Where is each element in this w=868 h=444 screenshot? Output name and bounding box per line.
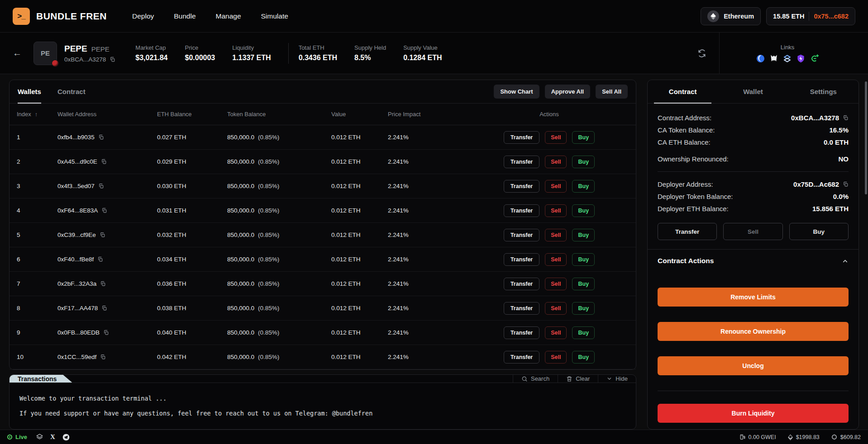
unclog-button[interactable]: Unclog (658, 356, 849, 375)
sidebar-tab-contract[interactable]: Contract (648, 80, 718, 103)
copy-wallet-address-button[interactable] (103, 330, 109, 335)
clear-button[interactable]: Clear (558, 375, 598, 383)
table-row[interactable]: 4 0xF64...8E83A 0.031 ETH 850,000.0 (0.8… (10, 198, 636, 223)
telegram-icon[interactable] (62, 434, 70, 441)
copy-wallet-address-button[interactable] (100, 281, 106, 287)
table-row[interactable]: 6 0xF40...fBe8f 0.034 ETH 850,000.0 (0.8… (10, 247, 636, 272)
sidebar-tab-wallet[interactable]: Wallet (718, 80, 788, 103)
copy-token-address-button[interactable] (110, 57, 115, 62)
layers-icon[interactable] (36, 434, 43, 440)
metric-supply-value: Supply Value 0.1284 ETH (403, 44, 442, 62)
nav-item-deploy[interactable]: Deploy (132, 12, 154, 20)
transfer-button[interactable]: Transfer (504, 253, 539, 266)
copy-wallet-address-button[interactable] (100, 232, 105, 238)
buy-button[interactable]: Buy (572, 351, 595, 364)
transfer-button[interactable]: Transfer (504, 229, 539, 241)
eth-icon (788, 434, 793, 440)
wallet-address: 0xA45...d9c0E (57, 158, 97, 165)
tab-contract[interactable]: Contract (57, 80, 86, 103)
table-row[interactable]: 5 0xC39...cf9Ee 0.032 ETH 850,000.0 (0.8… (10, 223, 636, 247)
maestro-icon[interactable] (796, 54, 805, 63)
transfer-button[interactable]: Transfer (504, 278, 539, 290)
photon-icon[interactable] (756, 54, 765, 63)
refresh-icon[interactable] (697, 49, 706, 58)
transfer-button[interactable]: Transfer (504, 180, 539, 193)
copy-wallet-address-button[interactable] (101, 208, 107, 213)
transfer-button[interactable]: Transfer (504, 351, 539, 364)
metric-liquidity: Liquidity 1.1337 ETH (232, 44, 271, 62)
table-row[interactable]: 2 0xA45...d9c0E 0.029 ETH 850,000.0 (0.8… (10, 150, 636, 174)
page-scrollbar[interactable] (865, 81, 867, 194)
token-avatar: PE (33, 42, 57, 65)
sell-button[interactable]: Sell (545, 253, 567, 266)
buy-button[interactable]: Buy (572, 253, 595, 266)
network-selector[interactable]: Ethereum (701, 7, 761, 25)
sidebar-sell-button[interactable]: Sell (723, 223, 782, 240)
tab-wallets[interactable]: Wallets (18, 80, 41, 103)
table-row[interactable]: 7 0x2bF...32A3a 0.036 ETH 850,000.0 (0.8… (10, 272, 636, 296)
x-twitter-icon[interactable]: X (50, 433, 55, 441)
table-row[interactable]: 10 0x1CC...59edf 0.042 ETH 850,000.0 (0.… (10, 345, 636, 369)
copy-deployer-address-button[interactable] (843, 181, 849, 187)
buy-button[interactable]: Buy (572, 278, 595, 290)
buy-button[interactable]: Buy (572, 180, 595, 193)
back-button[interactable]: ← (13, 48, 22, 58)
renounce-ownership-button[interactable]: Renounce Ownership (658, 322, 849, 341)
sell-button[interactable]: Sell (545, 204, 567, 217)
transfer-button[interactable]: Transfer (504, 204, 539, 217)
sell-button[interactable]: Sell (545, 351, 567, 364)
sell-button[interactable]: Sell (545, 180, 567, 193)
copy-wallet-address-button[interactable] (101, 159, 107, 165)
wallet-button[interactable]: 15.85 ETH 0x75...c682 (766, 7, 855, 25)
sell-button[interactable]: Sell (545, 131, 567, 144)
nav-item-bundle[interactable]: Bundle (174, 12, 196, 20)
sell-button[interactable]: Sell (545, 156, 567, 168)
table-row[interactable]: 1 0xfb4...b9035 0.027 ETH 850,000.0 (0.8… (10, 125, 636, 150)
nav-item-manage[interactable]: Manage (216, 12, 241, 20)
hide-button[interactable]: Hide (598, 375, 636, 383)
table-row[interactable]: 8 0xF17...AA478 0.038 ETH 850,000.0 (0.8… (10, 296, 636, 321)
copy-wallet-address-button[interactable] (101, 305, 107, 311)
copy-wallet-address-button[interactable] (97, 256, 103, 262)
row-index: 8 (10, 305, 50, 312)
buy-button[interactable]: Buy (572, 326, 595, 339)
buy-button[interactable]: Buy (572, 204, 595, 217)
copy-contract-address-button[interactable] (843, 115, 849, 121)
transfer-button[interactable]: Transfer (504, 156, 539, 168)
search-button[interactable]: Search (513, 375, 558, 383)
eth-balance: 0.031 ETH (150, 207, 220, 214)
copy-wallet-address-button[interactable] (98, 183, 104, 189)
copy-wallet-address-button[interactable] (98, 134, 104, 140)
column-index[interactable]: Index ↑ (10, 111, 50, 118)
buy-button[interactable]: Buy (572, 302, 595, 315)
remove-limits-button[interactable]: Remove Limits (658, 288, 849, 307)
terminal-line: Welcome to your transaction terminal ... (19, 391, 626, 406)
sidebar-transfer-button[interactable]: Transfer (658, 223, 717, 240)
table-row[interactable]: 9 0x0FB...80EDB 0.040 ETH 850,000.0 (0.8… (10, 321, 636, 345)
buy-button[interactable]: Buy (572, 131, 595, 144)
gmgn-icon[interactable] (810, 54, 819, 63)
transfer-button[interactable]: Transfer (504, 302, 539, 315)
sell-button[interactable]: Sell (545, 326, 567, 339)
buy-button[interactable]: Buy (572, 156, 595, 168)
sell-button[interactable]: Sell (545, 302, 567, 315)
sell-button[interactable]: Sell (545, 229, 567, 241)
sidebar-buy-button[interactable]: Buy (789, 223, 849, 240)
sidebar-tab-settings[interactable]: Settings (788, 80, 858, 103)
price-impact: 2.241% (381, 231, 455, 238)
copy-wallet-address-button[interactable] (100, 354, 106, 360)
approve-all-button[interactable]: Approve All (545, 85, 590, 99)
sell-all-button[interactable]: Sell All (596, 85, 628, 99)
table-row[interactable]: 3 0x4f3...5ed07 0.030 ETH 850,000.0 (0.8… (10, 174, 636, 198)
transfer-button[interactable]: Transfer (504, 326, 539, 339)
buy-button[interactable]: Buy (572, 229, 595, 241)
show-chart-button[interactable]: Show Chart (494, 85, 539, 99)
transfer-button[interactable]: Transfer (504, 131, 539, 144)
burn-liquidity-button[interactable]: Burn Liquidity (658, 404, 849, 423)
sell-button[interactable]: Sell (545, 278, 567, 290)
contract-actions-header[interactable]: Contract Actions (648, 249, 858, 272)
token-balance: 850,000.0 (227, 134, 254, 141)
bullx-icon[interactable] (770, 54, 778, 62)
nav-item-simulate[interactable]: Simulate (261, 12, 288, 20)
dextools-icon[interactable] (783, 54, 792, 63)
